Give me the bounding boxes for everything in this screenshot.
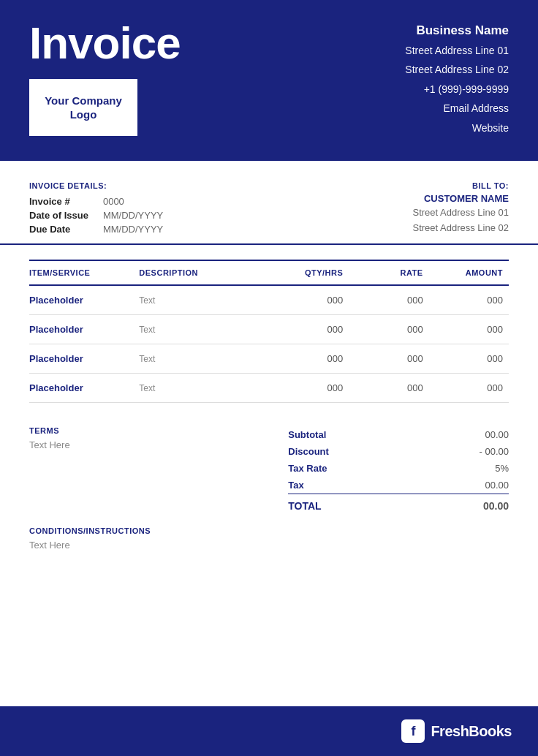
tax-row: Tax 00.00 xyxy=(288,477,509,494)
item-name-3: Placeholder xyxy=(29,374,139,403)
email: Email Address xyxy=(405,100,509,116)
item-amount-3: 000 xyxy=(429,374,509,403)
bill-to: BILL TO: CUSTOMER NAME Street Address Li… xyxy=(412,181,509,236)
freshbooks-logo: f FreshBooks xyxy=(401,719,512,743)
address-line1: Street Address Line 01 xyxy=(405,42,509,58)
invoice-details: INVOICE DETAILS: Invoice # 0000 Date of … xyxy=(29,181,172,236)
terms-label: TERMS xyxy=(29,426,240,435)
item-qty-3: 000 xyxy=(269,374,349,403)
item-desc-0: Text xyxy=(139,285,269,315)
phone: +1 (999)-999-9999 xyxy=(405,81,509,97)
items-table: ITEM/SERVICE DESCRIPTION QTY/HRS RATE AM… xyxy=(29,260,509,403)
col-qty: QTY/HRS xyxy=(269,260,349,285)
item-rate-1: 000 xyxy=(349,315,428,344)
due-date-row: Due Date MM/DD/YYYY xyxy=(29,222,172,236)
freshbooks-name: FreshBooks xyxy=(431,723,512,740)
item-desc-3: Text xyxy=(139,374,269,403)
customer-name: CUSTOMER NAME xyxy=(412,193,509,204)
terms-text: Text Here xyxy=(29,439,240,450)
item-amount-1: 000 xyxy=(429,315,509,344)
freshbooks-icon: f xyxy=(401,719,425,743)
invoice-details-label: INVOICE DETAILS: xyxy=(29,181,172,190)
logo-text: Your Company Logo xyxy=(31,94,136,122)
date-issue-label: Date of Issue xyxy=(29,208,97,222)
invoice-number-value: 0000 xyxy=(97,194,172,208)
item-name-1: Placeholder xyxy=(29,315,139,344)
item-amount-2: 000 xyxy=(429,344,509,374)
col-amount: AMOUNT xyxy=(429,260,509,285)
item-desc-2: Text xyxy=(139,344,269,374)
conditions-text: Text Here xyxy=(29,540,509,551)
header-left: Invoice Your Company Logo xyxy=(29,20,181,136)
freshbooks-f: f xyxy=(411,724,415,739)
website: Website xyxy=(405,120,509,136)
table-row: Placeholder Text 000 000 000 xyxy=(29,374,509,403)
table-row: Placeholder Text 000 000 000 xyxy=(29,344,509,374)
business-name: Business Name xyxy=(405,23,509,38)
table-row: Placeholder Text 000 000 000 xyxy=(29,315,509,344)
bottom-section: TERMS Text Here Subtotal 00.00 Discount … xyxy=(0,409,538,526)
item-rate-0: 000 xyxy=(349,285,428,315)
tax-value: 00.00 xyxy=(416,477,509,494)
item-rate-2: 000 xyxy=(349,344,428,374)
subtotal-row: Subtotal 00.00 xyxy=(288,426,509,443)
discount-row: Discount - 00.00 xyxy=(288,443,509,460)
conditions-section: CONDITIONS/INSTRUCTIONS Text Here xyxy=(0,526,538,565)
col-desc: DESCRIPTION xyxy=(139,260,269,285)
discount-label: Discount xyxy=(288,443,416,460)
taxrate-label: Tax Rate xyxy=(288,460,416,477)
date-issue-value: MM/DD/YYYY xyxy=(97,208,172,222)
totals-table: Subtotal 00.00 Discount - 00.00 Tax Rate… xyxy=(288,426,509,515)
tax-label: Tax xyxy=(288,477,416,494)
item-name-0: Placeholder xyxy=(29,285,139,315)
header-right: Business Name Street Address Line 01 Str… xyxy=(405,20,509,136)
footer: f FreshBooks xyxy=(0,706,538,756)
item-name-2: Placeholder xyxy=(29,344,139,374)
items-section: ITEM/SERVICE DESCRIPTION QTY/HRS RATE AM… xyxy=(0,252,538,403)
terms-section: TERMS Text Here xyxy=(29,426,240,450)
total-value: 00.00 xyxy=(416,494,509,515)
item-amount-0: 000 xyxy=(429,285,509,315)
subtotal-label: Subtotal xyxy=(288,426,416,443)
totals-section: Subtotal 00.00 Discount - 00.00 Tax Rate… xyxy=(288,426,509,515)
taxrate-row: Tax Rate 5% xyxy=(288,460,509,477)
item-qty-0: 000 xyxy=(269,285,349,315)
item-desc-1: Text xyxy=(139,315,269,344)
invoice-number-label: Invoice # xyxy=(29,194,97,208)
item-rate-3: 000 xyxy=(349,374,428,403)
info-section: INVOICE DETAILS: Invoice # 0000 Date of … xyxy=(0,161,538,245)
table-row: Placeholder Text 000 000 000 xyxy=(29,285,509,315)
conditions-label: CONDITIONS/INSTRUCTIONS xyxy=(29,526,509,535)
invoice-number-row: Invoice # 0000 xyxy=(29,194,172,208)
due-date-label: Due Date xyxy=(29,222,97,236)
customer-address-1: Street Address Line 01 xyxy=(412,205,509,221)
invoice-title: Invoice xyxy=(29,20,181,66)
discount-value: - 00.00 xyxy=(416,443,509,460)
col-rate: RATE xyxy=(349,260,428,285)
taxrate-value: 5% xyxy=(416,460,509,477)
header: Invoice Your Company Logo Business Name … xyxy=(0,0,538,161)
subtotal-value: 00.00 xyxy=(416,426,509,443)
due-date-value: MM/DD/YYYY xyxy=(97,222,172,236)
total-row: TOTAL 00.00 xyxy=(288,494,509,515)
customer-address-2: Street Address Line 02 xyxy=(412,221,509,236)
item-qty-1: 000 xyxy=(269,315,349,344)
address-line2: Street Address Line 02 xyxy=(405,61,509,78)
item-qty-2: 000 xyxy=(269,344,349,374)
col-item: ITEM/SERVICE xyxy=(29,260,139,285)
total-label: TOTAL xyxy=(288,494,416,515)
logo-box: Your Company Logo xyxy=(29,79,137,136)
date-issue-row: Date of Issue MM/DD/YYYY xyxy=(29,208,172,222)
bill-to-label: BILL TO: xyxy=(412,181,509,190)
